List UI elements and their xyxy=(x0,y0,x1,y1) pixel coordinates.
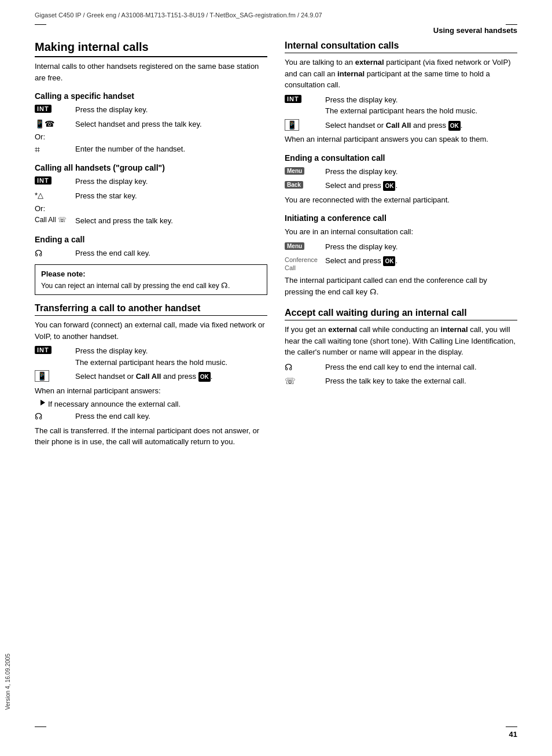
instruction-text: Press the display key. xyxy=(75,176,267,187)
ok-button: OK xyxy=(383,256,395,266)
external-bold: external xyxy=(328,325,357,334)
making-internal-calls-title: Making internal calls xyxy=(35,40,267,57)
please-note-text: You can reject an internal call by press… xyxy=(41,280,261,292)
page: Gigaset C450 IP / Greek eng / A31008-M17… xyxy=(0,0,552,756)
making-internal-calls-intro: Internal calls to other handsets registe… xyxy=(35,61,267,83)
instruction-text: Press the talk key to take the external … xyxy=(325,375,517,387)
when-answers-text: When an internal participant answers: xyxy=(35,385,267,397)
instruction-row: Back Select and press OK. xyxy=(285,180,517,191)
header-meta: Gigaset C450 IP / Greek eng / A31008-M17… xyxy=(35,12,517,19)
transfer-title: Transferring a call to another handset xyxy=(35,303,267,316)
talk-icon: ☏ xyxy=(285,375,325,386)
instruction-text: Press the display key. xyxy=(75,104,267,116)
triangle-icon xyxy=(41,400,45,405)
instruction-text: Select handset and press the talk key. xyxy=(75,119,267,130)
instruction-text: Press the star key. xyxy=(75,190,267,202)
instruction-row: Conference Call Select and press OK. xyxy=(285,255,517,272)
instruction-row: 📱 Select handset or Call All and press O… xyxy=(285,120,517,131)
accept-waiting-title: Accept call waiting during an internal c… xyxy=(285,308,517,320)
conf-call-icon: Conference Call xyxy=(285,255,325,272)
keypad-icon: ⌗ xyxy=(35,143,75,155)
ok-button: OK xyxy=(448,121,461,131)
page-number: 41 xyxy=(509,730,517,739)
instruction-text: Press the end call key. xyxy=(75,411,267,422)
instruction-text: Enter the number of the handset. xyxy=(75,143,267,155)
ending-call-title: Ending a call xyxy=(35,235,267,244)
instruction-text: Press the end call key to end the intern… xyxy=(325,362,517,373)
instruction-text: Press the display key. xyxy=(325,241,517,253)
instruction-text: Select handset or Call All and press OK. xyxy=(325,120,517,131)
instruction-text: Press the end call key. xyxy=(75,248,267,259)
instruction-row: ☊ Press the end call key to end the inte… xyxy=(285,362,517,373)
instruction-text: Select and press the talk key. xyxy=(75,215,267,227)
back-button: Back xyxy=(285,181,303,189)
instruction-row: ☊ Press the end call key. xyxy=(35,248,267,259)
int-icon: INT xyxy=(35,104,75,113)
instruction-text: Select and press OK. xyxy=(325,180,517,191)
ok-button: OK xyxy=(383,181,395,191)
calling-specific-title: Calling a specific handset xyxy=(35,91,267,101)
instruction-row: Menu Press the display key. xyxy=(285,166,517,178)
end-call-icon: ☊ xyxy=(35,248,75,259)
consultation-intro: You are talking to an external participa… xyxy=(285,57,517,91)
instruction-row: *△ Press the star key. xyxy=(35,190,267,202)
instruction-text: Select handset or Call All and press OK. xyxy=(75,371,267,382)
right-column: Internal consultation calls You are talk… xyxy=(285,40,517,451)
please-note-box: Please note: You can reject an internal … xyxy=(35,264,267,295)
end-call-icon: ☊ xyxy=(35,411,75,422)
conference-intro: You are in an internal consultation call… xyxy=(285,226,517,238)
consultation-title: Internal consultation calls xyxy=(285,40,517,53)
call-all-icon: Call All ☏ xyxy=(35,215,75,224)
instruction-text: Press the display key.The external parti… xyxy=(75,345,267,368)
transfer-conclusion: The call is transferred. If the internal… xyxy=(35,425,267,448)
instruction-row: ⌗ Enter the number of the handset. xyxy=(35,143,267,155)
instruction-text: Press the display key. xyxy=(325,166,517,178)
int-button: INT xyxy=(35,105,51,113)
instruction-text: Select and press OK. xyxy=(325,255,517,267)
conference-title: Initiating a conference call xyxy=(285,213,517,223)
internal-bold: internal xyxy=(337,69,365,78)
menu-icon: Menu xyxy=(285,241,325,250)
ok-button: OK xyxy=(198,372,211,382)
int-button: INT xyxy=(35,346,51,354)
int-button: INT xyxy=(35,176,51,185)
instruction-row: 📱☎ Select handset and press the talk key… xyxy=(35,119,267,130)
bullet-text: If necessary announce the external call. xyxy=(48,400,181,408)
left-column: Making internal calls Internal calls to … xyxy=(35,40,267,451)
instruction-row: INT Press the display key.The external p… xyxy=(35,345,267,368)
calling-all-title: Calling all handsets ("group call") xyxy=(35,163,267,172)
two-col-layout: Making internal calls Internal calls to … xyxy=(35,40,517,451)
instruction-row: Menu Press the display key. xyxy=(285,241,517,253)
end-call-icon: ☊ xyxy=(285,362,325,373)
instruction-row: ☊ Press the end call key. xyxy=(35,411,267,422)
handset-icon: 📱 xyxy=(285,120,325,130)
or-label: Or: xyxy=(35,204,267,213)
instruction-row: ☏ Press the talk key to take the externa… xyxy=(285,375,517,387)
menu-button: Menu xyxy=(285,167,304,175)
section-label: Using several handsets xyxy=(35,26,517,35)
back-icon: Back xyxy=(285,180,325,189)
ending-consultation-title: Ending a consultation call xyxy=(285,153,517,163)
ending-consultation-after: You are reconnected with the external pa… xyxy=(285,194,517,206)
sidebar-version: Version 4, 16.09.2005 xyxy=(5,654,11,710)
instruction-row: INT Press the display key.The external p… xyxy=(285,94,517,117)
transfer-intro: You can forward (connect) an external ca… xyxy=(35,319,267,342)
instruction-row: INT Press the display key. xyxy=(35,104,267,116)
internal-bold: internal xyxy=(441,325,468,334)
accept-waiting-intro: If you get an external call while conduc… xyxy=(285,324,517,358)
handset-talk-icon: 📱☎ xyxy=(35,119,75,128)
star-key-icon: *△ xyxy=(35,190,75,200)
int-icon: INT xyxy=(35,345,75,354)
instruction-row: 📱 Select handset or Call All and press O… xyxy=(35,371,267,382)
menu-icon: Menu xyxy=(285,166,325,175)
menu-button: Menu xyxy=(285,242,304,250)
int-icon: INT xyxy=(35,176,75,185)
handset-icon: 📱 xyxy=(35,371,75,381)
conference-after: The internal participant called can end … xyxy=(285,275,517,297)
instruction-text: Press the display key.The external parti… xyxy=(325,94,517,117)
external-bold: external xyxy=(355,58,384,67)
instruction-row: INT Press the display key. xyxy=(35,176,267,187)
instruction-row: Call All ☏ Select and press the talk key… xyxy=(35,215,267,227)
int-button: INT xyxy=(285,95,301,103)
int-icon: INT xyxy=(285,94,325,103)
